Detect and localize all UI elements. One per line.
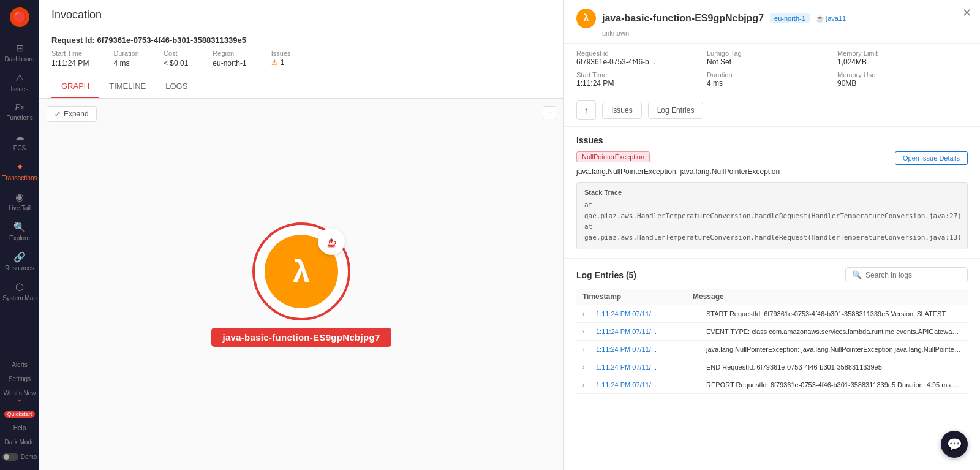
right-panel: λ java-basic-function-ES9gpNcbjpg7 eu-no… [564,0,980,470]
java-runtime-icon: ☕ [816,15,824,23]
sidebar-item-dashboard[interactable]: ⊞ Dashboard [0,37,39,67]
meta-memory-limit: Memory Limit 1,024MB [837,50,968,66]
tab-timeline[interactable]: TIMELINE [99,75,156,98]
sidebar-item-transactions[interactable]: ✦ Transactions [0,156,39,186]
transactions-icon: ✦ [16,161,24,173]
lambda-label: java-basic-function-ES9gpNcbjpg7 [211,328,391,347]
sidebar-item-whatsnew[interactable]: What's New ● [0,387,39,406]
log-timestamp: 1:11:24 PM 07/11/... [596,310,706,317]
sidebar-item-functions[interactable]: Fx Functions [0,97,39,126]
svg-text:🔴: 🔴 [13,10,27,24]
log-search-container: 🔍 [845,267,968,282]
stack-trace-box: Stack Trace at gae.piaz.aws.HandlerTempe… [576,182,968,249]
log-timestamp: 1:11:24 PM 07/11/... [596,381,706,389]
functions-icon: Fx [15,102,24,113]
dashboard-icon: ⊞ [16,42,24,54]
navigate-up-button[interactable]: ↑ [576,100,596,120]
demo-toggle-switch[interactable] [2,453,18,461]
tab-graph[interactable]: GRAPH [51,75,99,98]
panel-meta: Request id 6f79361e-0753-4f46-b... Lumig… [564,44,980,94]
issue-message: java.lang.NullPointerException: java.lan… [576,167,968,176]
log-row[interactable]: › 1:11:24 PM 07/11/... START RequestId: … [576,305,968,323]
tabs: GRAPH TIMELINE LOGS [39,75,564,99]
meta-issues: Issues ⚠ 1 [271,50,291,67]
sidebar-item-resources[interactable]: 🔗 Resources [0,246,39,276]
panel-actions: ↑ Issues Log Entries [564,94,980,127]
exception-tag: NullPointerException [576,151,650,162]
ecs-icon: ☁ [15,131,24,143]
log-entries-section: Log Entries (5) 🔍 Timestamp Message › 1:… [564,259,980,470]
log-expand-icon: › [582,328,596,335]
panel-func-subtitle: unknown [602,29,968,37]
log-row[interactable]: › 1:11:24 PM 07/11/... EVENT TYPE: class… [576,323,968,341]
panel-runtime-badge: ☕ java11 [816,15,846,23]
lambda-lambda-icon: λ [293,253,311,290]
stack-trace-line-2: at gae.piaz.aws.HandlerTemperatureConver… [584,221,960,243]
issues-icon: ⚠ [15,72,24,84]
sidebar-item-quickstart[interactable]: Quickstart [3,407,37,420]
issues-section: Issues NullPointerException Open Issue D… [564,127,980,259]
issues-button[interactable]: Issues [602,102,642,119]
log-message: START RequestId: 6f79361e-0753-4f46-b301… [706,310,962,317]
sidebar-item-alerts[interactable]: Alerts [10,358,29,371]
log-search-input[interactable] [865,271,961,279]
sidebar-item-systemmap[interactable]: ⬡ System Map [0,276,39,306]
log-message: java.lang.NullPointerException: java.lan… [706,346,962,353]
meta-panel-start-time: Start Time 1:11:24 PM [576,71,707,88]
page-title: Invocation [51,9,551,21]
log-message: EVENT TYPE: class com.amazonaws.services… [706,328,962,335]
sidebar-item-explore[interactable]: 🔍 Explore [0,216,39,246]
meta-region: Region eu-north-1 [213,50,246,67]
meta-panel-duration: Duration 4 ms [707,71,837,88]
sidebar-item-livetail[interactable]: ◉ Live Tail [0,186,39,216]
zoom-out-button[interactable]: − [543,106,556,119]
sidebar-item-darkmode[interactable]: Dark Mode [4,436,36,449]
whatsnew-badge: ● [18,398,21,403]
log-entries-button[interactable]: Log Entries [648,102,704,119]
zoom-controls: − [543,106,556,119]
log-expand-icon: › [582,364,596,371]
close-panel-button[interactable]: ✕ [962,6,971,20]
sidebar-item-ecs[interactable]: ☁ ECS [0,126,39,156]
panel-function-name: java-basic-function-ES9gpNcbjpg7 [602,13,764,24]
log-expand-icon: › [582,346,596,353]
java-badge [318,228,345,255]
meta-duration: Duration 4 ms [113,50,139,67]
sidebar-item-help[interactable]: Help [12,422,28,434]
sidebar-item-issues[interactable]: ⚠ Issues [0,67,39,97]
stack-trace-line-1: at gae.piaz.aws.HandlerTemperatureConver… [584,200,960,221]
lambda-node: λ java-basic-function-ES9gpNcbjpg7 [211,222,391,347]
chat-icon: 💬 [947,437,962,452]
log-message: REPORT RequestId: 6f79361e-0753-4f46-b30… [706,381,962,389]
expand-icon: ⤢ [55,110,61,118]
demo-toggle[interactable]: Demo [1,450,39,464]
meta-request-id: Request id 6f79361e-0753-4f46-b... [576,50,707,66]
meta-memory-use: Memory Use 90MB [837,71,968,88]
sidebar: 🔴 ⊞ Dashboard ⚠ Issues Fx Functions ☁ EC… [0,0,39,470]
chat-bubble[interactable]: 💬 [941,431,968,458]
meta-cost: Cost < $0.01 [164,50,188,67]
sidebar-logo[interactable]: 🔴 [9,6,31,30]
graph-area: ⤢ Expand − λ [39,99,564,470]
log-row[interactable]: › 1:11:24 PM 07/11/... REPORT RequestId:… [576,376,968,394]
expand-button[interactable]: ⤢ Expand [47,106,97,122]
log-message: END RequestId: 6f79361e-0753-4f46-b301-3… [706,363,962,371]
open-issue-details-button[interactable]: Open Issue Details [895,151,968,165]
log-timestamp: 1:11:24 PM 07/11/... [596,363,706,371]
log-expand-icon: › [582,311,596,317]
tab-logs[interactable]: LOGS [156,75,197,98]
search-icon: 🔍 [852,270,862,279]
invocation-meta: Request Id: 6f79361e-0753-4f46-b301-3588… [39,28,564,75]
panel-region-badge: eu-north-1 [770,13,810,23]
log-expand-icon: › [582,382,596,389]
lambda-circle-outer: λ [252,222,350,320]
log-row[interactable]: › 1:11:24 PM 07/11/... java.lang.NullPoi… [576,341,968,358]
issues-warning-icon: ⚠ [271,58,278,67]
log-row[interactable]: › 1:11:24 PM 07/11/... END RequestId: 6f… [576,358,968,376]
meta-start-time: Start Time 1:11:24 PM [51,50,89,67]
panel-function-icon: λ [576,9,596,28]
log-timestamp: 1:11:24 PM 07/11/... [596,328,706,335]
panel-header: λ java-basic-function-ES9gpNcbjpg7 eu-no… [564,0,980,44]
log-table-header: Timestamp Message [576,289,968,305]
sidebar-item-settings[interactable]: Settings [7,373,32,385]
